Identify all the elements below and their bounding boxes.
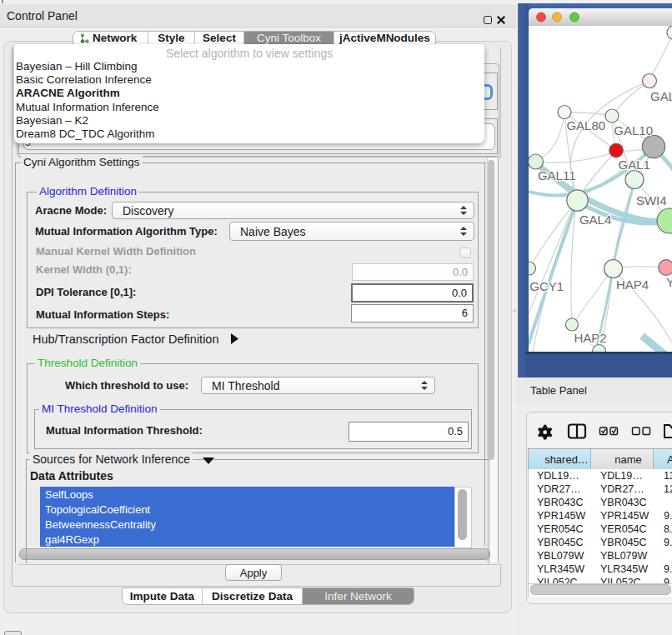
svg-text:HAP2: HAP2 (574, 331, 607, 345)
svg-text:GCY1: GCY1 (529, 279, 564, 293)
svg-text:GAL7: GAL7 (650, 89, 672, 103)
svg-text:GAL10: GAL10 (614, 123, 653, 138)
svg-text:GAL11: GAL11 (538, 168, 576, 182)
svg-text:GAL1: GAL1 (619, 158, 650, 172)
svg-text:YJ: YJ (666, 275, 672, 289)
svg-text:HAP4: HAP4 (616, 278, 649, 292)
svg-text:GAL80: GAL80 (566, 118, 605, 132)
svg-text:SWI4: SWI4 (636, 193, 667, 208)
svg-text:GAL4: GAL4 (579, 212, 611, 227)
